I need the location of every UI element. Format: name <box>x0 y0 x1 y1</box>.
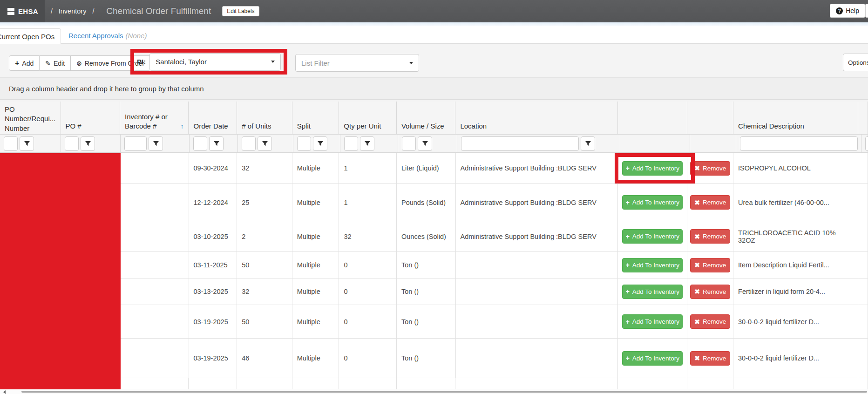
column-header-location[interactable]: Location <box>455 102 618 135</box>
column-header-label: # of Units <box>242 122 271 131</box>
pi-label: PI: <box>137 58 146 66</box>
filter-button-extra[interactable] <box>865 136 868 151</box>
filter-input-po-hash[interactable] <box>65 136 79 151</box>
add-button[interactable]: + Add <box>9 55 40 71</box>
remove-button[interactable]: ✖Remove <box>690 314 730 329</box>
filter-funnel-icon <box>364 140 371 147</box>
cell-extra <box>858 305 868 339</box>
column-header-chemical-description[interactable]: Chemical Description <box>733 102 858 135</box>
filter-button-po-hash[interactable] <box>81 136 95 151</box>
add-to-inventory-button[interactable]: +Add To Inventory <box>622 229 683 244</box>
scrollbar-thumb[interactable] <box>21 391 867 393</box>
cell-split: Multiple <box>292 153 339 184</box>
filter-button-qty-per-unit[interactable] <box>360 136 374 151</box>
cell-split: Multiple <box>292 339 339 378</box>
tab-bar: Current Open POs Recent Approvals(None) <box>0 26 868 44</box>
filter-funnel-icon <box>262 140 268 147</box>
breadcrumb-separator: / <box>92 7 94 15</box>
filter-button-location[interactable] <box>581 136 595 151</box>
filter-input-po-number[interactable] <box>4 136 18 151</box>
column-header-num-units[interactable]: # of Units <box>237 102 292 135</box>
cell-num-units: 46 <box>237 339 292 378</box>
cell-num-units: 32 <box>237 153 292 184</box>
page-title: Chemical Order Fulfillment <box>106 6 211 16</box>
x-icon: ✖ <box>694 165 700 171</box>
app-brand[interactable]: EHSA <box>0 0 45 22</box>
filter-input-qty-per-unit[interactable] <box>344 136 358 151</box>
column-header-add-to-inventory[interactable] <box>618 102 687 135</box>
remove-button[interactable]: ✖Remove <box>690 285 730 299</box>
filter-input-inventory-barcode[interactable] <box>124 136 147 151</box>
cut-off-button[interactable] <box>865 4 868 18</box>
remove-button[interactable]: ✖Remove <box>690 258 730 272</box>
cell-add-to-inventory: +Add To Inventory <box>618 279 687 305</box>
remove-button[interactable]: ✖Remove <box>690 229 730 244</box>
add-to-inventory-button[interactable]: +Add To Inventory <box>622 285 683 299</box>
filter-button-split[interactable] <box>313 136 327 151</box>
toolbar-button-group: + Add ✎ Edit ⊗ Remove From Order <box>9 55 150 71</box>
add-to-inventory-button[interactable]: +Add To Inventory <box>622 195 683 210</box>
pi-dropdown[interactable]: Santaloci, Taylor <box>149 53 281 71</box>
column-header-remove[interactable] <box>687 102 733 135</box>
remove-button[interactable]: ✖Remove <box>690 161 730 176</box>
partial-row <box>0 378 868 389</box>
filter-input-chemical-description[interactable] <box>740 136 858 151</box>
sort-ascending-icon[interactable]: ↑ <box>180 122 183 131</box>
remove-button[interactable]: ✖Remove <box>690 351 730 366</box>
filter-button-po-number[interactable] <box>20 136 34 151</box>
horizontal-scrollbar[interactable] <box>0 389 868 394</box>
filter-button-inventory-barcode[interactable] <box>149 136 163 151</box>
cell-volume-size: Ounces (Solid) <box>397 221 456 252</box>
breadcrumb-inventory[interactable]: Inventory <box>59 7 87 15</box>
list-filter-dropdown[interactable]: List Filter <box>295 54 419 72</box>
filter-cell-order-date <box>190 135 238 153</box>
cell-empty <box>237 378 292 389</box>
column-header-qty-per-unit[interactable]: Qty per Unit <box>339 102 397 135</box>
cell-inventory-barcode <box>120 221 189 252</box>
cell-num-units: 2 <box>237 221 292 252</box>
column-header-volume-size[interactable]: Volume / Size <box>397 102 456 135</box>
column-header-order-date[interactable]: Order Date <box>189 102 237 135</box>
cell-chemical-description: Item Description Liquid Fertil... <box>733 252 858 279</box>
cell-order-date: 03-13-2025 <box>189 279 237 305</box>
plus-icon: + <box>626 262 630 268</box>
toolbar: + Add ✎ Edit ⊗ Remove From Order PI: San… <box>0 44 868 77</box>
filter-input-location[interactable] <box>461 136 579 151</box>
add-to-inventory-button[interactable]: +Add To Inventory <box>622 258 683 272</box>
add-to-inventory-button[interactable]: +Add To Inventory <box>622 314 683 329</box>
remove-label: Remove <box>703 199 726 206</box>
column-header-inventory-barcode[interactable]: Inventory # or Barcode #↑ <box>120 102 189 135</box>
help-button[interactable]: ? Help <box>830 4 865 18</box>
cell-order-date: 03-11-2025 <box>189 252 237 279</box>
filter-input-volume-size[interactable] <box>402 136 416 151</box>
cell-num-units: 50 <box>237 305 292 339</box>
cell-split: Multiple <box>292 184 339 221</box>
column-header-po-hash[interactable]: PO # <box>61 102 121 135</box>
cell-volume-size: Ton () <box>397 279 456 305</box>
cell-extra <box>858 252 868 279</box>
filter-input-split[interactable] <box>297 136 311 151</box>
tab-recent-approvals[interactable]: Recent Approvals(None) <box>68 32 147 40</box>
group-by-bar[interactable]: Drag a column header and drop it here to… <box>0 77 868 100</box>
table-header-row: PO Number/Requi... NumberPO #Inventory #… <box>0 102 868 135</box>
filter-input-num-units[interactable] <box>242 136 256 151</box>
filter-input-order-date[interactable] <box>193 136 207 151</box>
column-header-extra[interactable] <box>858 102 868 135</box>
add-to-inventory-button[interactable]: +Add To Inventory <box>622 351 683 366</box>
filter-button-num-units[interactable] <box>258 136 272 151</box>
filter-button-order-date[interactable] <box>209 136 224 151</box>
edit-labels-button[interactable]: Edit Labels <box>222 6 259 16</box>
table-row: 03-19-202546Multiple0Ton ()+Add To Inven… <box>0 339 868 378</box>
column-header-po-number[interactable]: PO Number/Requi... Number <box>0 102 61 135</box>
tab-current-open-pos[interactable]: Current Open POs <box>0 28 61 44</box>
edit-button[interactable]: ✎ Edit <box>40 55 71 71</box>
scroll-left-icon[interactable] <box>3 390 6 394</box>
cell-qty-per-unit: 1 <box>339 153 397 184</box>
orders-table: PO Number/Requi... NumberPO #Inventory #… <box>0 102 868 389</box>
options-button[interactable]: Options <box>843 54 868 71</box>
remove-button[interactable]: ✖Remove <box>690 195 730 210</box>
add-to-inventory-label: Add To Inventory <box>632 318 679 325</box>
plus-icon: + <box>15 60 19 67</box>
filter-button-volume-size[interactable] <box>418 136 432 151</box>
column-header-split[interactable]: Split <box>292 102 339 135</box>
